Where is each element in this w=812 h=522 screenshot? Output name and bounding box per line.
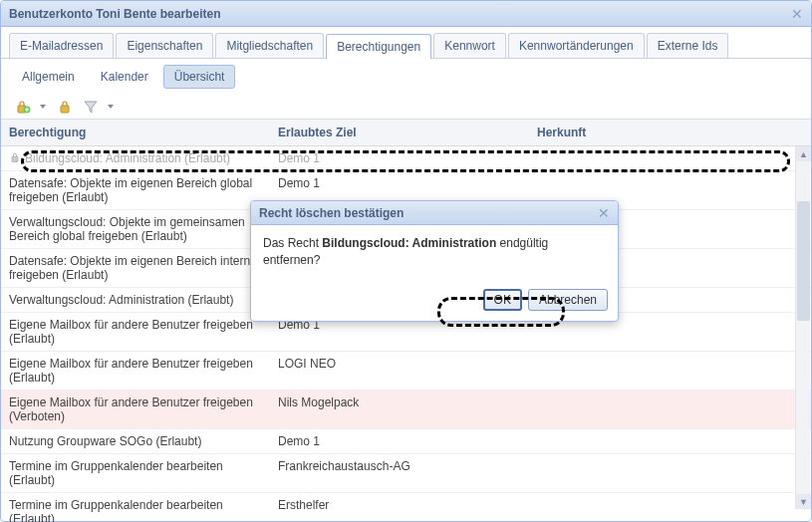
window-title: Benutzerkonto Toni Bente bearbeiten [9,7,791,21]
tab-permissions[interactable]: Berechtigungen [326,34,431,59]
titlebar: Benutzerkonto Toni Bente bearbeiten ✕ [1,1,811,27]
lock-icon[interactable] [57,99,73,115]
dialog-text-pre: Das Recht [263,236,322,250]
svg-rect-3 [12,156,18,161]
chevron-down-icon[interactable] [107,103,115,111]
chevron-down-icon[interactable] [39,103,47,111]
cell-target: Nils Mogelpack [270,391,529,428]
cell-target: Demo 1 [270,146,529,170]
cell-target: Ersthelfer [270,493,529,522]
cell-permission: Verwaltungscloud: Administration (Erlaub… [1,288,270,312]
permission-text: Termine im Gruppenkalender bearbeiten (E… [9,459,262,487]
permission-text: Termine im Gruppenkalender bearbeiten (E… [9,498,262,522]
permission-text: Datensafe: Objekte im eigenen Bereich in… [9,254,262,282]
cell-permission: Datensafe: Objekte im eigenen Bereich in… [1,249,270,287]
cell-target: LOGI NEO [270,352,529,390]
cell-permission: Termine im Gruppenkalender bearbeiten (E… [1,493,270,522]
cell-permission: Bildungscloud: Administration (Erlaubt) [1,146,270,170]
lock-icon [9,151,21,163]
tab-email[interactable]: E-Mailadressen [9,33,114,58]
permission-text: Verwaltungscloud: Administration (Erlaub… [9,293,233,307]
dialog-body: Das Recht Bildungscloud: Administration … [251,225,618,283]
user-edit-window: Benutzerkonto Toni Bente bearbeiten ✕ E-… [0,0,812,522]
scroll-thumb[interactable] [797,201,810,321]
main-tabs: E-Mailadressen Eigenschaften Mitgliedsch… [1,27,811,59]
tab-memberships[interactable]: Mitgliedschaften [215,33,324,58]
permission-text: Eigene Mailbox für andere Benutzer freig… [9,357,262,385]
dialog-titlebar: Recht löschen bestätigen ✕ [251,201,618,225]
cell-origin [529,352,811,390]
tab-properties[interactable]: Eigenschaften [116,33,213,58]
tab-external-ids[interactable]: Externe Ids [647,33,729,58]
cell-origin [529,454,811,492]
col-target[interactable]: Erlaubtes Ziel [270,120,529,145]
cell-permission: Termine im Gruppenkalender bearbeiten (E… [1,454,270,492]
confirm-dialog: Recht löschen bestätigen ✕ Das Recht Bil… [250,200,619,322]
tab-password[interactable]: Kennwort [433,33,506,58]
subtab-overview[interactable]: Übersicht [163,65,236,89]
dialog-title: Recht löschen bestätigen [259,206,598,220]
svg-rect-2 [61,106,69,113]
table-row[interactable]: Nutzung Groupware SOGo (Erlaubt)Demo 1 [1,429,811,454]
dialog-text-bold: Bildungscloud: Administration [322,236,496,250]
permission-text: Verwaltungscloud: Objekte im gemeinsamen… [9,215,262,243]
table-row[interactable]: Termine im Gruppenkalender bearbeiten (E… [1,454,811,493]
filter-icon[interactable] [83,99,99,115]
toolbar [1,95,811,119]
cell-permission: Verwaltungscloud: Objekte im gemeinsamen… [1,210,270,248]
cell-origin [529,391,811,428]
dialog-buttons: OK Abbrechen [251,283,618,321]
cancel-button[interactable]: Abbrechen [528,289,608,311]
cell-permission: Eigene Mailbox für andere Benutzer freig… [1,352,270,390]
scrollbar[interactable]: ▲ ▼ [795,146,810,509]
cell-origin [529,493,811,522]
scroll-track[interactable] [796,161,810,494]
permission-text: Bildungscloud: Administration (Erlaubt) [25,151,230,165]
permission-text: Datensafe: Objekte im eigenen Bereich gl… [9,176,262,204]
permission-text: Eigene Mailbox für andere Benutzer freig… [9,318,262,346]
table-row[interactable]: Eigene Mailbox für andere Benutzer freig… [1,391,811,429]
cell-origin [529,429,811,453]
table-row[interactable]: Bildungscloud: Administration (Erlaubt)D… [1,146,811,171]
lock-add-icon[interactable] [15,99,31,115]
cell-permission: Eigene Mailbox für andere Benutzer freig… [1,313,270,351]
sub-tabs: Allgemein Kalender Übersicht [1,59,811,95]
scroll-down-icon[interactable]: ▼ [796,494,811,509]
table-row[interactable]: Eigene Mailbox für andere Benutzer freig… [1,352,811,391]
cell-target: Demo 1 [270,429,529,453]
cell-permission: Nutzung Groupware SOGo (Erlaubt) [1,429,270,453]
close-icon[interactable]: ✕ [791,6,803,22]
col-permission[interactable]: Berechtigung [1,120,270,145]
permission-text: Eigene Mailbox für andere Benutzer freig… [9,395,262,423]
tab-password-changes[interactable]: Kennwortänderungen [508,33,645,58]
cell-origin [529,146,811,170]
cell-permission: Eigene Mailbox für andere Benutzer freig… [1,391,270,428]
subtab-general[interactable]: Allgemein [11,65,86,89]
table-row[interactable]: Termine im Gruppenkalender bearbeiten (E… [1,493,811,522]
close-icon[interactable]: ✕ [598,205,610,221]
cell-permission: Datensafe: Objekte im eigenen Bereich gl… [1,171,270,209]
scroll-up-icon[interactable]: ▲ [796,146,811,161]
grid-header: Berechtigung Erlaubtes Ziel Herkunft [1,120,811,146]
ok-button[interactable]: OK [483,289,522,311]
col-origin[interactable]: Herkunft [529,120,811,145]
permission-text: Nutzung Groupware SOGo (Erlaubt) [9,434,201,448]
cell-target: Frankreichaustausch-AG [270,454,529,492]
subtab-calendar[interactable]: Kalender [90,65,159,89]
